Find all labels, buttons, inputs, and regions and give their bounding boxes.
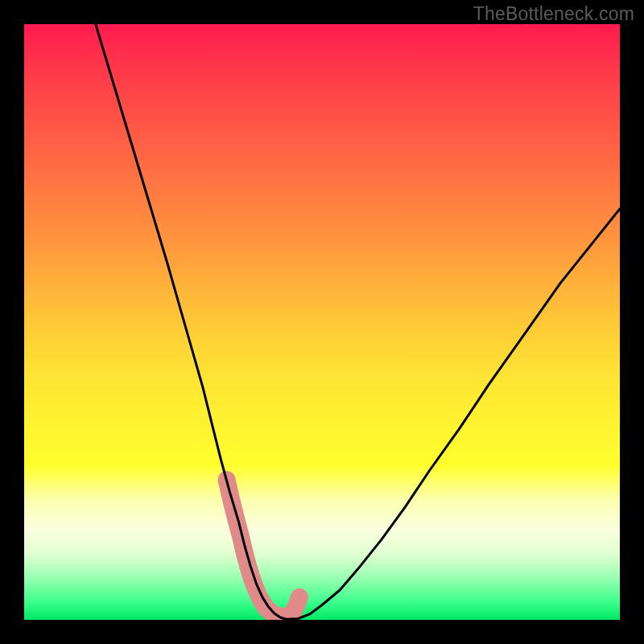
chart-plot-area — [24, 24, 620, 620]
chart-overlay — [24, 24, 620, 620]
chart-frame: TheBottleneck.com — [0, 0, 644, 644]
bottleneck-curve — [96, 24, 620, 619]
watermark-text: TheBottleneck.com — [473, 3, 634, 25]
